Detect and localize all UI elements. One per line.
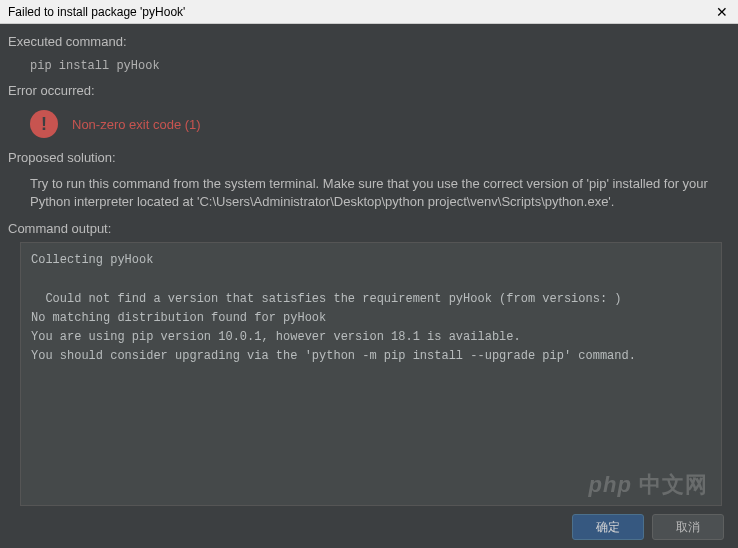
error-icon: ! xyxy=(30,110,58,138)
ok-button[interactable]: 确定 xyxy=(572,514,644,540)
button-bar: 确定 取消 xyxy=(0,506,738,548)
command-output-box[interactable]: Collecting pyHook Could not find a versi… xyxy=(20,242,722,506)
close-icon[interactable]: ✕ xyxy=(710,4,734,20)
error-row: ! Non-zero exit code (1) xyxy=(8,104,730,150)
content-area: Executed command: pip install pyHook Err… xyxy=(0,24,738,506)
window-title: Failed to install package 'pyHook' xyxy=(8,5,185,19)
title-bar: Failed to install package 'pyHook' ✕ xyxy=(0,0,738,24)
command-output-label: Command output: xyxy=(8,221,730,236)
cancel-button[interactable]: 取消 xyxy=(652,514,724,540)
executed-command-text: pip install pyHook xyxy=(8,55,730,83)
proposed-solution-label: Proposed solution: xyxy=(8,150,730,165)
error-message: Non-zero exit code (1) xyxy=(72,117,201,132)
executed-command-label: Executed command: xyxy=(8,34,730,49)
error-occurred-label: Error occurred: xyxy=(8,83,730,98)
solution-text: Try to run this command from the system … xyxy=(8,171,730,221)
